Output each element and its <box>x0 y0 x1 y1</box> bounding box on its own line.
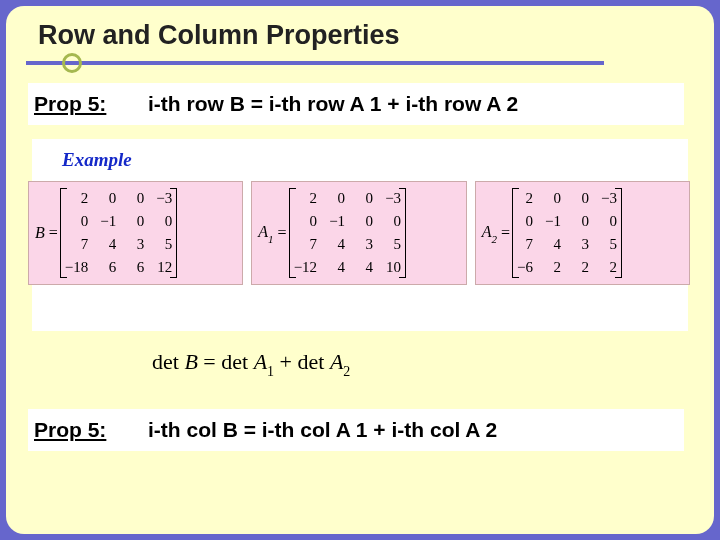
matrix-grid: 200−3 0−100 7435 −124410 <box>294 190 401 276</box>
cell: 0 <box>601 213 617 230</box>
cell: −3 <box>601 190 617 207</box>
cell: 4 <box>329 236 345 253</box>
cell: 0 <box>573 213 589 230</box>
cell: 5 <box>601 236 617 253</box>
cell: 6 <box>128 259 144 276</box>
cell: −1 <box>545 213 561 230</box>
cell: 7 <box>294 236 317 253</box>
example-zone: Example B = 200−3 0−100 7435 −186612 A1 … <box>32 139 688 399</box>
cell: −1 <box>100 213 116 230</box>
matrix-grid: 200−3 0−100 7435 −6222 <box>517 190 617 276</box>
bracket-icon: 200−3 0−100 7435 −6222 <box>512 188 622 278</box>
equals-sign: = <box>49 224 58 242</box>
cell: 2 <box>601 259 617 276</box>
cell: 10 <box>385 259 401 276</box>
cell: 0 <box>128 190 144 207</box>
cell: 0 <box>65 213 88 230</box>
det-var: A <box>254 349 267 374</box>
cell: 7 <box>65 236 88 253</box>
det-text: det <box>152 349 184 374</box>
det-var: B <box>184 349 197 374</box>
cell: 2 <box>517 190 533 207</box>
matrix-name-sub: 1 <box>268 233 274 245</box>
cell: 7 <box>517 236 533 253</box>
matrix-grid: 200−3 0−100 7435 −186612 <box>65 190 172 276</box>
cell: 0 <box>573 190 589 207</box>
cell: −18 <box>65 259 88 276</box>
cell: 0 <box>385 213 401 230</box>
cell: 5 <box>156 236 172 253</box>
det-sub: 2 <box>343 364 350 379</box>
cell: 4 <box>357 259 373 276</box>
matrix-B: B = 200−3 0−100 7435 −186612 <box>28 181 243 285</box>
matrix-name: B <box>35 224 45 242</box>
matrix-name-sub: 2 <box>491 233 497 245</box>
cell: 4 <box>100 236 116 253</box>
cell: −1 <box>329 213 345 230</box>
prop-label-bottom: Prop 5: <box>28 418 148 442</box>
cell: 6 <box>100 259 116 276</box>
cell: 2 <box>573 259 589 276</box>
prop-text-top: i-th row B = i-th row A 1 + i-th row A 2 <box>148 92 684 116</box>
prop-row-top: Prop 5: i-th row B = i-th row A 1 + i-th… <box>28 83 684 125</box>
det-sub: 1 <box>267 364 274 379</box>
cell: 4 <box>545 236 561 253</box>
cell: −3 <box>385 190 401 207</box>
equals-sign: = <box>278 224 287 242</box>
cell: −3 <box>156 190 172 207</box>
det-text: + det <box>274 349 330 374</box>
cell: 0 <box>128 213 144 230</box>
matrix-A2: A2 = 200−3 0−100 7435 −6222 <box>475 181 690 285</box>
cell: 0 <box>156 213 172 230</box>
matrix-name-letter: A <box>482 223 492 240</box>
cell: 0 <box>329 190 345 207</box>
cell: 3 <box>128 236 144 253</box>
cell: 5 <box>385 236 401 253</box>
cell: 0 <box>294 213 317 230</box>
divider <box>26 61 604 65</box>
slide: Row and Column Properties Prop 5: i-th r… <box>6 6 714 534</box>
cell: 2 <box>545 259 561 276</box>
equals-sign: = <box>501 224 510 242</box>
cell: 12 <box>156 259 172 276</box>
cell: 0 <box>357 213 373 230</box>
cell: 2 <box>294 190 317 207</box>
example-label: Example <box>62 149 132 171</box>
matrix-name: A2 <box>482 223 497 243</box>
matrix-A1: A1 = 200−3 0−100 7435 −124410 <box>251 181 466 285</box>
cell: −6 <box>517 259 533 276</box>
prop-text-bottom: i-th col B = i-th col A 1 + i-th col A 2 <box>148 418 684 442</box>
prop-row-bottom: Prop 5: i-th col B = i-th col A 1 + i-th… <box>28 409 684 451</box>
cell: 0 <box>517 213 533 230</box>
cell: 3 <box>357 236 373 253</box>
cell: 0 <box>357 190 373 207</box>
cell: 0 <box>545 190 561 207</box>
cell: 2 <box>65 190 88 207</box>
prop-label-top: Prop 5: <box>28 92 148 116</box>
bracket-icon: 200−3 0−100 7435 −124410 <box>289 188 406 278</box>
determinant-equation: det B = det A1 + det A2 <box>152 349 350 378</box>
cell: 0 <box>100 190 116 207</box>
cell: 4 <box>329 259 345 276</box>
det-var: A <box>330 349 343 374</box>
matrices-row: B = 200−3 0−100 7435 −186612 A1 = 200−3 <box>28 181 690 285</box>
matrix-name: A1 <box>258 223 273 243</box>
page-title: Row and Column Properties <box>6 6 714 61</box>
matrix-name-letter: A <box>258 223 268 240</box>
bracket-icon: 200−3 0−100 7435 −186612 <box>60 188 177 278</box>
det-text: = det <box>198 349 254 374</box>
cell: −12 <box>294 259 317 276</box>
cell: 3 <box>573 236 589 253</box>
bullet-icon <box>62 53 82 73</box>
